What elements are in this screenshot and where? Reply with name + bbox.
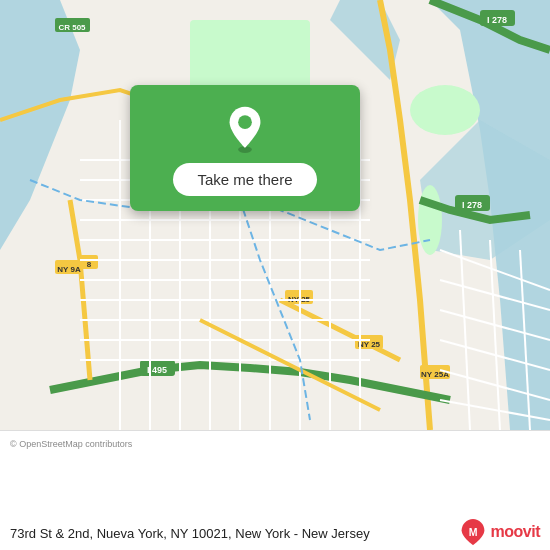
svg-text:I 278: I 278 bbox=[487, 15, 507, 25]
moovit-icon: M bbox=[459, 518, 487, 546]
take-me-there-button[interactable]: Take me there bbox=[173, 163, 316, 196]
svg-point-56 bbox=[238, 115, 252, 129]
moovit-label: moovit bbox=[491, 523, 540, 541]
svg-text:CR 505: CR 505 bbox=[58, 23, 86, 32]
svg-text:NY 9A: NY 9A bbox=[57, 265, 81, 274]
attribution-text: © OpenStreetMap contributors bbox=[10, 439, 540, 449]
svg-point-6 bbox=[410, 85, 480, 135]
svg-text:M: M bbox=[468, 526, 477, 538]
svg-point-7 bbox=[418, 185, 442, 255]
moovit-logo: M moovit bbox=[459, 518, 540, 546]
info-bar: © OpenStreetMap contributors 73rd St & 2… bbox=[0, 430, 550, 550]
address-text: 73rd St & 2nd, Nueva York, NY 10021, New… bbox=[10, 525, 449, 543]
location-card[interactable]: Take me there bbox=[130, 85, 360, 211]
svg-text:I 278: I 278 bbox=[462, 200, 482, 210]
location-pin-icon bbox=[221, 105, 269, 153]
map-container: I 278 I 278 I 495 NY 25 NY 25 NY 25A NY … bbox=[0, 0, 550, 430]
svg-text:NY 25: NY 25 bbox=[358, 340, 381, 349]
svg-text:8: 8 bbox=[87, 260, 92, 269]
